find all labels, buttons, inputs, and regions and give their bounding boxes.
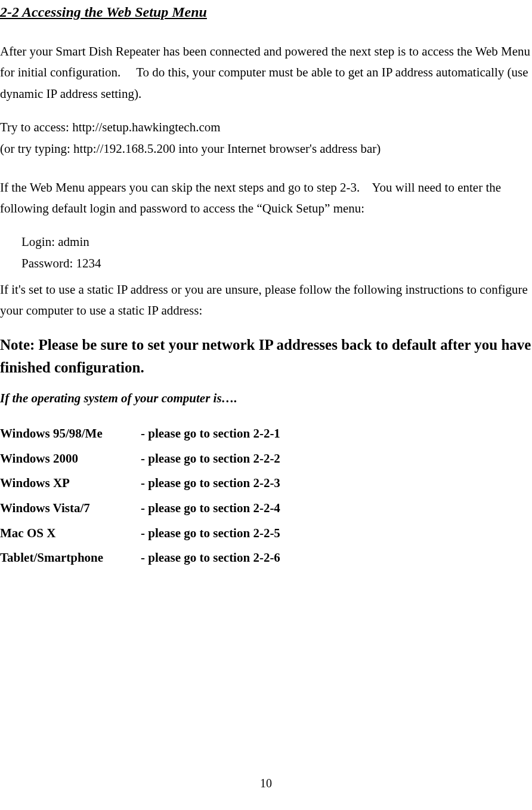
os-target: - please go to section 2-2-1	[141, 421, 280, 446]
os-name: Mac OS X	[0, 521, 141, 546]
os-target: - please go to section 2-2-6	[141, 546, 280, 571]
alt-url-line: (or try typing: http://192.168.5.200 int…	[0, 138, 532, 160]
section-heading: 2-2 Accessing the Web Setup Menu	[0, 0, 532, 24]
table-row: Mac OS X - please go to section 2-2-5	[0, 521, 280, 546]
page-number: 10	[0, 773, 532, 793]
os-target: - please go to section 2-2-2	[141, 446, 280, 472]
note-paragraph: Note: Please be sure to set your network…	[0, 334, 532, 378]
os-name: Tablet/Smartphone	[0, 546, 141, 571]
os-name: Windows XP	[0, 471, 141, 496]
login-credential: Login: admin	[21, 232, 532, 253]
os-target: - please go to section 2-2-3	[141, 471, 280, 496]
os-name: Windows 95/98/Me	[0, 421, 141, 446]
access-url-line: Try to access: http://setup.hawkingtech.…	[0, 117, 532, 138]
static-ip-paragraph: If it's set to use a static IP address o…	[0, 279, 532, 322]
os-name: Windows Vista/7	[0, 496, 141, 521]
os-target: - please go to section 2-2-4	[141, 496, 280, 521]
table-row: Tablet/Smartphone - please go to section…	[0, 546, 280, 571]
os-name: Windows 2000	[0, 446, 141, 472]
intro-paragraph: After your Smart Dish Repeater has been …	[0, 41, 532, 105]
password-credential: Password: 1234	[21, 253, 532, 275]
os-section-table: Windows 95/98/Me - please go to section …	[0, 421, 280, 571]
table-row: Windows Vista/7 - please go to section 2…	[0, 496, 280, 521]
os-prompt: If the operating system of your computer…	[0, 388, 532, 409]
table-row: Windows 2000 - please go to section 2-2-…	[0, 446, 280, 472]
table-row: Windows 95/98/Me - please go to section …	[0, 421, 280, 446]
os-target: - please go to section 2-2-5	[141, 521, 280, 546]
web-menu-paragraph: If the Web Menu appears you can skip the…	[0, 177, 532, 220]
table-row: Windows XP - please go to section 2-2-3	[0, 471, 280, 496]
